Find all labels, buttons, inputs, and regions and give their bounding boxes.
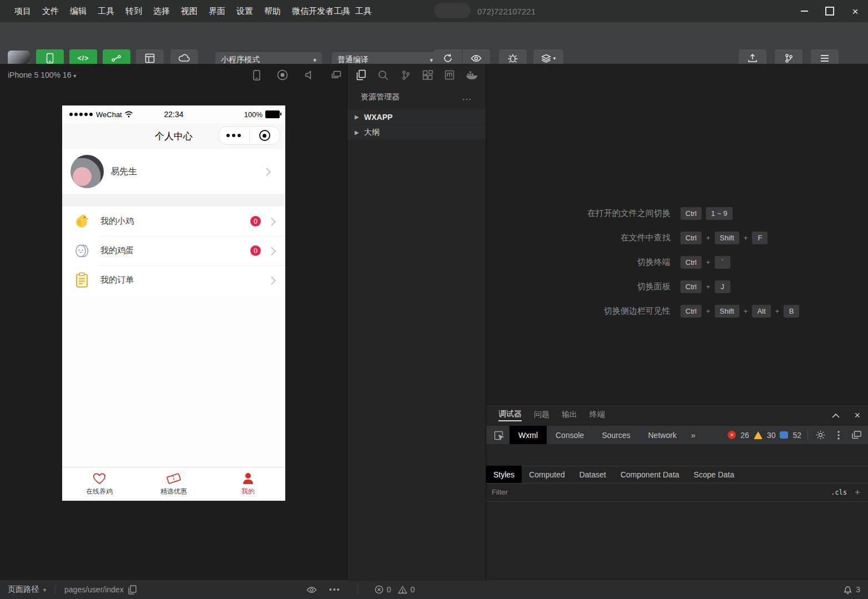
style-filter-input[interactable] [486, 487, 831, 497]
menu-project[interactable]: 项目 [9, 6, 37, 17]
eye-icon [471, 54, 482, 62]
device-selector[interactable]: iPhone 5 100% 16 ▾ [8, 71, 76, 79]
menu-edit[interactable]: 编辑 [64, 6, 92, 17]
extensions-icon[interactable] [420, 70, 435, 80]
list-item-label: 我的小鸡 [100, 207, 134, 236]
console-counts[interactable]: × 26 30 52 [728, 426, 801, 444]
plus-sign: + [744, 307, 748, 315]
capsule-exit-button[interactable] [250, 127, 280, 144]
page-path-label[interactable]: 页面路径 [8, 585, 39, 595]
toolbar: 模拟器 </> 编辑器 调试器 可视化 云开发 小程序模式 ▾ [0, 22, 868, 64]
more-dots-icon [226, 134, 241, 137]
more-actions-button[interactable]: ... [462, 93, 472, 102]
settings-gear-icon[interactable] [816, 430, 825, 440]
capsule-more-button[interactable] [219, 127, 249, 144]
rotate-device-icon[interactable] [253, 70, 260, 80]
key-chip: Alt [752, 305, 770, 318]
tab-console[interactable]: Console [547, 426, 593, 444]
activity-bar [347, 64, 486, 86]
files-icon[interactable] [354, 69, 369, 80]
tab-styles[interactable]: Styles [486, 466, 522, 483]
key-chip: Ctrl [680, 207, 702, 220]
tab-terminal[interactable]: 终端 [589, 410, 605, 421]
error-circle-icon [375, 585, 383, 594]
tab-wxml[interactable]: Wxml [509, 426, 547, 444]
status-divider [357, 585, 358, 594]
tab-component-data[interactable]: Component Data [613, 466, 687, 483]
tab-problems[interactable]: 问题 [534, 410, 549, 421]
kebab-menu-icon[interactable] [837, 431, 840, 440]
tree-item-outline[interactable]: ▶ 大纲 [347, 125, 486, 140]
window-title-text: 工具 [355, 6, 372, 17]
menu-select[interactable]: 选择 [148, 6, 175, 17]
device-label: iPhone 5 100% 16 [8, 71, 71, 79]
simulator-header-icons [253, 64, 341, 86]
tab-network[interactable]: Network [639, 426, 685, 444]
window-title-prefix: mi [341, 7, 350, 16]
tab-scope-data[interactable]: Scope Data [687, 466, 741, 483]
tab-output[interactable]: 输出 [562, 410, 577, 421]
status-middle: ••• 0 0 [306, 585, 415, 594]
key-chip: F [752, 231, 768, 244]
add-style-rule-button[interactable]: + [855, 487, 860, 498]
battery-icon [265, 110, 280, 118]
tab-dataset[interactable]: Dataset [572, 466, 613, 483]
multi-window-icon[interactable] [331, 71, 341, 79]
menu-goto[interactable]: 转到 [120, 6, 148, 17]
maximize-button[interactable] [817, 0, 842, 22]
phone-tab-bar: 在线养鸡 精选优惠 我的 [62, 467, 285, 501]
copy-path-icon[interactable] [128, 585, 137, 595]
menu-view[interactable]: 视图 [175, 6, 203, 17]
element-tree-area[interactable] [486, 444, 868, 466]
npm-package-icon[interactable] [442, 70, 457, 80]
key-chip: Ctrl [680, 256, 702, 269]
status-bar: 页面路径 ▾ pages/user/index ••• 0 0 3 [0, 580, 868, 599]
debugger-panel-tabs: 调试器 问题 输出 终端 × [486, 405, 868, 426]
tab-debugger[interactable]: 调试器 [498, 409, 522, 421]
key-chip: Shift [715, 231, 739, 244]
status-right: 3 [844, 585, 860, 595]
toggle-class-button[interactable]: .cls [831, 489, 847, 496]
warning-badge-icon [754, 431, 763, 439]
ticket-icon [166, 472, 181, 485]
source-control-icon[interactable] [398, 70, 413, 80]
order-clipboard-icon [74, 272, 90, 288]
search-icon[interactable] [376, 70, 391, 80]
menu-help[interactable]: 帮助 [259, 6, 286, 17]
collapse-panel-button[interactable] [832, 413, 840, 418]
menu-settings[interactable]: 设置 [231, 6, 259, 17]
tab-mine[interactable]: 我的 [211, 467, 285, 501]
menu-interface[interactable]: 界面 [203, 6, 231, 17]
eye-icon[interactable] [306, 586, 317, 593]
menu-file[interactable]: 文件 [37, 6, 64, 17]
tree-item-wxapp[interactable]: ▶ WXAPP [347, 109, 486, 125]
bell-icon[interactable] [844, 585, 852, 595]
shortcut-label: 在文件中查找 [486, 233, 670, 243]
sound-icon[interactable] [305, 71, 315, 79]
more-actions-icon[interactable]: ••• [329, 585, 341, 594]
docker-whale-icon[interactable] [465, 71, 479, 80]
list-item-my-orders[interactable]: 我的订单 [62, 265, 285, 295]
minimize-icon [801, 11, 808, 12]
minimize-button[interactable] [791, 0, 817, 22]
tab-featured-deals[interactable]: 精选优惠 [137, 467, 211, 501]
wechat-devtools-window: 项目 文件 编辑 工具 转到 选择 视图 界面 设置 帮助 微信开发者工具 mi… [0, 0, 868, 599]
more-tabs-button[interactable]: » [685, 430, 701, 440]
plus-sign: + [706, 283, 710, 291]
inspect-element-icon[interactable] [494, 430, 504, 440]
list-item-my-eggs[interactable]: 我的鸡蛋 0 [62, 236, 285, 265]
shortcut-row: 切换面板 Ctrl+J [486, 279, 868, 295]
close-panel-button[interactable]: × [854, 410, 860, 421]
tab-online-farm[interactable]: 在线养鸡 [62, 467, 137, 501]
tab-sources[interactable]: Sources [593, 426, 639, 444]
list-item-my-chicken[interactable]: 我的小鸡 0 [62, 207, 285, 236]
tab-computed[interactable]: Computed [522, 466, 572, 483]
style-inspector-tabs: Styles Computed Dataset Component Data S… [486, 466, 868, 484]
profile-row[interactable]: 易先生 [62, 149, 285, 194]
menu-tools[interactable]: 工具 [92, 6, 120, 17]
explorer-title: 资源管理器 [361, 92, 400, 102]
undock-icon[interactable] [852, 431, 861, 439]
stop-record-icon[interactable] [277, 69, 288, 80]
close-button[interactable]: × [842, 0, 868, 22]
problems-summary[interactable]: 0 0 [375, 585, 415, 594]
